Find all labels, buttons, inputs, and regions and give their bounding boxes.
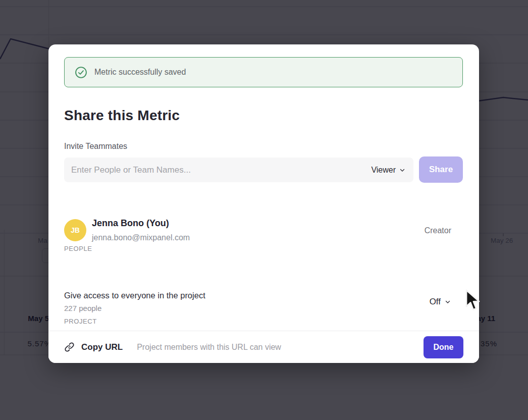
project-section-label: PROJECT <box>64 318 97 325</box>
project-people-count: 227 people <box>64 304 101 312</box>
mouse-cursor <box>465 289 482 311</box>
member-email: jenna.bono@mixpanel.com <box>92 233 190 242</box>
project-access-title: Give access to everyone in the project <box>64 291 205 300</box>
footer-helper-text: Project members with this URL can view <box>137 343 281 352</box>
invite-people-input[interactable] <box>71 165 371 175</box>
link-icon <box>64 342 75 352</box>
toast-message: Metric successfully saved <box>94 68 186 77</box>
chevron-down-icon <box>445 299 451 305</box>
app-stage: Ma May 26 May 5 May 11 5.57% 35% Metric … <box>0 0 528 420</box>
modal-title: Share this Metric <box>64 108 180 124</box>
success-toast: Metric successfully saved <box>64 57 463 87</box>
role-select-value: Viewer <box>371 166 396 175</box>
member-role-label: Creator <box>425 226 451 235</box>
copy-url-button[interactable]: Copy URL <box>64 342 123 352</box>
copy-url-label: Copy URL <box>81 342 123 352</box>
avatar: JB <box>64 219 86 241</box>
share-metric-modal: Metric successfully saved Share this Met… <box>48 44 479 363</box>
people-section-label: PEOPLE <box>64 245 92 252</box>
member-name: Jenna Bono (You) <box>92 218 169 229</box>
role-select-dropdown[interactable]: Viewer <box>371 166 405 175</box>
project-access-value: Off <box>430 297 441 307</box>
done-button[interactable]: Done <box>424 336 463 358</box>
project-access-dropdown[interactable]: Off <box>430 297 451 307</box>
check-circle-icon <box>75 66 87 79</box>
share-button[interactable]: Share <box>419 156 463 183</box>
invite-input-container: Viewer <box>64 158 413 182</box>
invite-teammates-label: Invite Teammates <box>64 142 127 151</box>
avatar-initials: JB <box>71 226 80 234</box>
chevron-down-icon <box>399 167 405 173</box>
modal-footer: Copy URL Project members with this URL c… <box>48 331 479 363</box>
